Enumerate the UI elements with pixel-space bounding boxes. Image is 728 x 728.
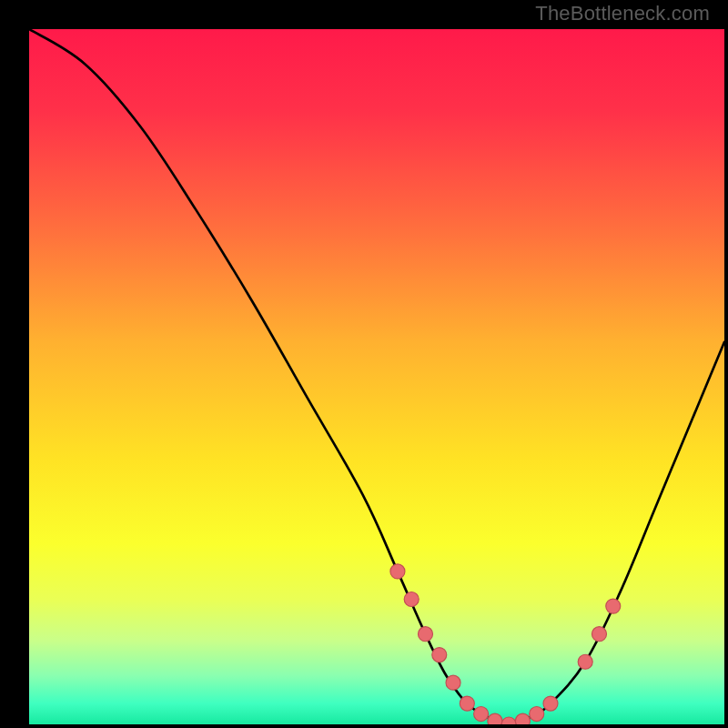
optimal-point-marker (446, 675, 460, 690)
optimal-point-marker (488, 713, 502, 724)
optimal-point-marker (515, 713, 530, 724)
chart-frame (13, 13, 715, 715)
optimal-point-marker (418, 627, 432, 642)
optimal-point-marker (543, 696, 558, 711)
bottleneck-curve (29, 29, 724, 724)
optimal-point-marker (404, 592, 419, 606)
optimal-point-marker (474, 707, 489, 722)
optimal-point-marker (606, 599, 621, 613)
optimal-point-marker (501, 717, 516, 724)
optimal-point-marker (432, 648, 447, 662)
watermark-text: TheBottleneck.com (535, 2, 710, 25)
optimal-point-marker (460, 696, 474, 711)
optimal-point-marker (592, 627, 606, 642)
plot-area (29, 29, 724, 724)
optimal-point-marker (530, 707, 544, 722)
optimal-point-marker (390, 564, 405, 579)
optimal-point-marker (578, 654, 592, 669)
